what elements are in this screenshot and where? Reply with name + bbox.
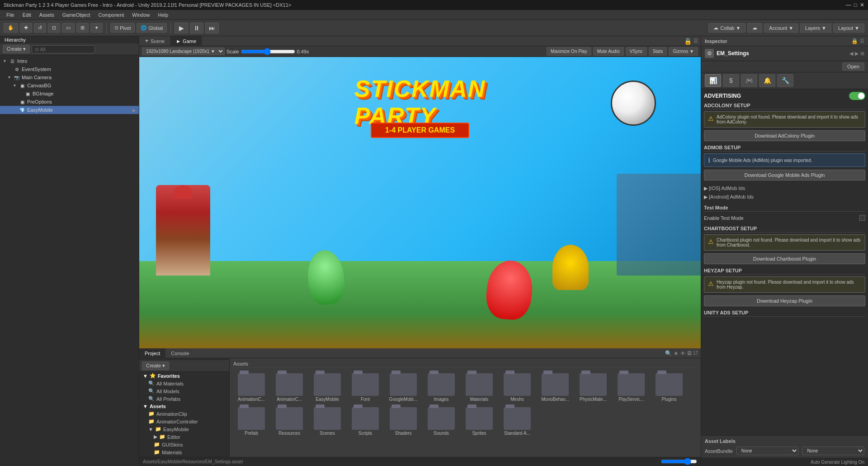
sidebar-guiskins[interactable]: 📁 GUISkins bbox=[139, 441, 229, 448]
tab-console[interactable]: Console bbox=[165, 348, 194, 358]
global-button[interactable]: 🌐 Global bbox=[137, 23, 167, 33]
hierarchy-item-canvasbg[interactable]: ▼ ▣ CanvasBG bbox=[0, 81, 139, 90]
collab-button[interactable]: ☁ Collab ▼ bbox=[708, 23, 745, 33]
asset-bundle-select[interactable]: None bbox=[736, 447, 799, 455]
tab-game[interactable]: ► Game bbox=[170, 36, 202, 46]
sidebar-all-models[interactable]: 🔍 All Models bbox=[139, 387, 229, 395]
gizmos-button[interactable]: Gizmos ▼ bbox=[669, 47, 698, 56]
scene-lock-icon[interactable]: 🔒 bbox=[684, 38, 692, 45]
sidebar-favorites[interactable]: ▼ ⭐ Favorites bbox=[139, 372, 229, 380]
stats-button[interactable]: Stats bbox=[649, 47, 667, 56]
folder-meshs[interactable]: Meshs bbox=[499, 371, 535, 404]
maximize-on-play-button[interactable]: Maximize On Play bbox=[547, 47, 591, 56]
sidebar-editor[interactable]: ▶ 📁 Editor bbox=[139, 433, 229, 441]
layers-button[interactable]: Layers ▼ bbox=[800, 24, 831, 33]
menu-gameobject[interactable]: GameObject bbox=[59, 11, 94, 19]
folder-sprites[interactable]: Sprites bbox=[461, 405, 497, 437]
folder-plugins[interactable]: Plugins bbox=[651, 371, 687, 404]
tab-notifications[interactable]: 🔔 bbox=[759, 74, 775, 87]
custom-tool-button[interactable]: ✦ bbox=[90, 23, 103, 33]
folder-materials[interactable]: Materials bbox=[461, 371, 497, 404]
tab-gameservices[interactable]: 🎮 bbox=[741, 74, 757, 87]
open-button[interactable]: Open bbox=[842, 62, 864, 71]
inspector-lock-icon[interactable]: 🔒 bbox=[851, 38, 858, 44]
move-tool-button[interactable]: ✚ bbox=[20, 23, 32, 33]
transform-tool-button[interactable]: ⊞ bbox=[76, 23, 89, 33]
scale-tool-button[interactable]: ⊡ bbox=[48, 23, 60, 33]
android-admob-ids-row[interactable]: ▶ [Android] AdMob Ids bbox=[704, 193, 865, 201]
sidebar-easymobile-asset[interactable]: ▼ 📁 EasyMobile bbox=[139, 425, 229, 433]
vsync-button[interactable]: VSync bbox=[626, 47, 647, 56]
hierarchy-item-intro[interactable]: ▼ ☰ Intro bbox=[0, 57, 139, 65]
folder-physicmaterial[interactable]: PhysicMate... bbox=[575, 371, 611, 404]
tab-analytics[interactable]: 📊 bbox=[705, 74, 721, 87]
inspector-options-icon[interactable]: ⊞ bbox=[860, 51, 864, 57]
scale-slider[interactable] bbox=[241, 48, 295, 55]
hierarchy-item-maincamera[interactable]: ▼ 📷 Main Camera bbox=[0, 73, 139, 81]
menu-window[interactable]: Window bbox=[128, 11, 153, 19]
folder-googlemobile[interactable]: GoogleMobi... bbox=[385, 371, 421, 404]
folder-scenes[interactable]: Scenes bbox=[309, 405, 345, 437]
tab-monetization[interactable]: $ bbox=[723, 74, 739, 87]
folder-standard-assets[interactable]: Standard A... bbox=[499, 405, 535, 437]
play-button[interactable]: ▶ bbox=[175, 23, 188, 33]
inspector-next-icon[interactable]: ▶ bbox=[855, 51, 859, 57]
hierarchy-item-eventsystem[interactable]: ⚙ EventSystem bbox=[0, 65, 139, 73]
scene-menu-icon[interactable]: ☰ bbox=[693, 38, 698, 44]
folder-animatorcontroller[interactable]: AnimatorC... bbox=[271, 371, 307, 404]
rotate-tool-button[interactable]: ↺ bbox=[34, 23, 46, 33]
ios-admob-ids-row[interactable]: ▶ [IOS] AdMob Ids bbox=[704, 184, 865, 193]
cloud-button[interactable]: ☁ bbox=[747, 23, 762, 33]
zoom-slider[interactable] bbox=[661, 458, 697, 465]
inspector-menu-icon[interactable]: ☰ bbox=[860, 38, 864, 44]
hand-tool-button[interactable]: ✋ bbox=[4, 23, 18, 33]
enable-test-mode-checkbox[interactable] bbox=[859, 215, 865, 221]
folder-shaders[interactable]: Shaders bbox=[385, 405, 421, 437]
hierarchy-create-button[interactable]: Create ▾ bbox=[3, 45, 30, 53]
tab-utilities[interactable]: 🔧 bbox=[777, 74, 793, 87]
minimize-button[interactable]: — bbox=[846, 2, 851, 8]
layout-button[interactable]: Layout ▼ bbox=[833, 24, 864, 33]
tab-project[interactable]: Project bbox=[139, 348, 165, 358]
folder-monobehaviours[interactable]: MonoBehav... bbox=[537, 371, 573, 404]
close-button[interactable]: ✕ bbox=[860, 2, 864, 8]
sidebar-all-materials[interactable]: 🔍 All Materials bbox=[139, 380, 229, 387]
download-admob-button[interactable]: Download Google Mobile Ads Plugin bbox=[704, 170, 865, 181]
sidebar-animation-clip[interactable]: 📁 AnimationClip bbox=[139, 410, 229, 418]
folder-font[interactable]: Font bbox=[347, 371, 383, 404]
menu-help[interactable]: Help bbox=[154, 11, 172, 19]
folder-playservice[interactable]: PlayServic... bbox=[613, 371, 649, 404]
folder-animationclip[interactable]: AnimationC... bbox=[233, 371, 269, 404]
folder-scripts[interactable]: Scripts bbox=[347, 405, 383, 437]
asset-variant-select[interactable]: None bbox=[802, 447, 864, 455]
advertising-toggle[interactable] bbox=[849, 92, 865, 100]
rect-tool-button[interactable]: ▭ bbox=[62, 23, 75, 33]
folder-images[interactable]: Images bbox=[423, 371, 459, 404]
folder-easymobile[interactable]: EasyMobile bbox=[309, 371, 345, 404]
inspector-prev-icon[interactable]: ◀ bbox=[849, 51, 853, 57]
download-chartboost-button[interactable]: Download Chartboost Plugin bbox=[704, 253, 865, 264]
mute-audio-button[interactable]: Mute Audio bbox=[593, 47, 624, 56]
hierarchy-tab[interactable]: Hierarchy bbox=[0, 36, 31, 43]
hierarchy-search-input[interactable] bbox=[32, 45, 95, 53]
pivot-button[interactable]: ⊙ Pivot bbox=[110, 23, 135, 33]
sidebar-materials[interactable]: 📁 Materials bbox=[139, 448, 229, 456]
project-eye-icon[interactable]: 👁 bbox=[680, 351, 685, 356]
menu-component[interactable]: Component bbox=[94, 11, 127, 19]
project-lock-icon[interactable]: ★ bbox=[674, 350, 679, 357]
account-button[interactable]: Account ▼ bbox=[764, 24, 798, 33]
step-button[interactable]: ⏭ bbox=[205, 23, 219, 33]
sidebar-animator-controller[interactable]: 📁 AnimatorController bbox=[139, 418, 229, 425]
maximize-button[interactable]: □ bbox=[854, 2, 857, 8]
pause-button[interactable]: ⏸ bbox=[190, 23, 203, 33]
menu-edit[interactable]: Edit bbox=[19, 11, 35, 19]
folder-sounds[interactable]: Sounds bbox=[423, 405, 459, 437]
hierarchy-item-preoptions[interactable]: ▣ PreOptions bbox=[0, 98, 139, 106]
sidebar-all-prefabs[interactable]: 🔍 All Prefabs bbox=[139, 395, 229, 403]
tab-scene[interactable]: ✦ Scene bbox=[139, 36, 170, 46]
resolution-select[interactable]: 1920x1080 Landscape (1920x1 ▼ bbox=[142, 48, 225, 55]
download-heyzap-button[interactable]: Download Heyzap Plugin bbox=[704, 295, 865, 306]
hierarchy-item-bgimage[interactable]: ▣ BGImage bbox=[0, 90, 139, 98]
project-search-icon[interactable]: 🔍 bbox=[665, 350, 672, 357]
download-adcolony-button[interactable]: Download AdColony Plugin bbox=[704, 130, 865, 141]
